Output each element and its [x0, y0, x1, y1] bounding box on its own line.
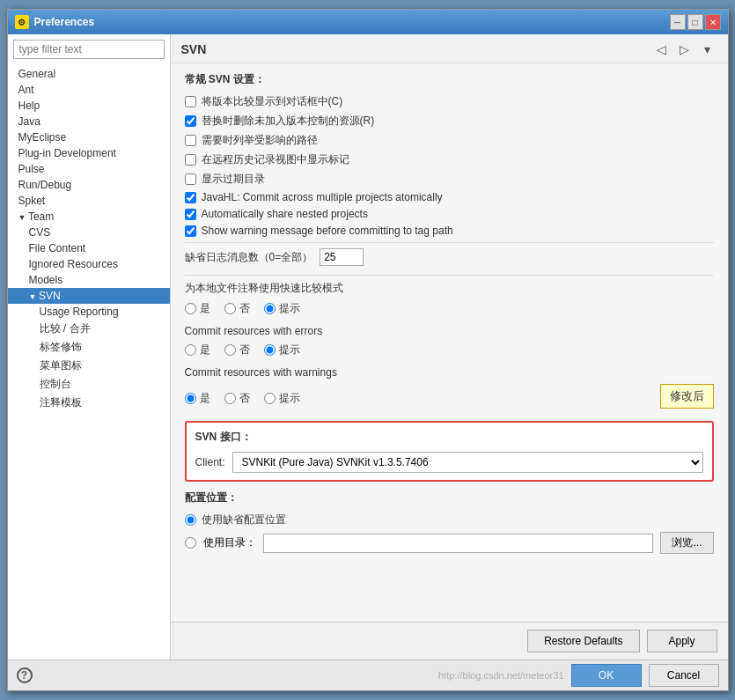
panel-toolbar: ◁ ▷ ▾: [652, 40, 717, 59]
sidebar: General Ant Help Java MyEclipse Plug-in …: [8, 34, 171, 659]
cancel-button[interactable]: Cancel: [649, 664, 719, 687]
radio-commit-warnings-yes[interactable]: [185, 393, 196, 404]
commit-warnings-yes: 是: [185, 391, 210, 406]
radio-config-dir[interactable]: [185, 537, 196, 549]
checkbox-show-version-dialog[interactable]: [185, 96, 196, 107]
local-compare-prompt: 提示: [264, 301, 300, 316]
panel-body: 常规 SVN 设置： 将版本比较显示到对话框中(C) 替换时删除未加入版本控制的…: [171, 63, 728, 622]
menu-button[interactable]: ▾: [698, 40, 717, 59]
label-commit-errors-no: 否: [239, 343, 250, 357]
sidebar-item-svn[interactable]: SVN: [8, 288, 170, 304]
label-config-default: 使用缺省配置位置: [202, 512, 286, 527]
svn-settings-label: 常规 SVN 设置：: [185, 72, 714, 87]
commit-errors-prompt: 提示: [264, 343, 300, 357]
sidebar-item-compare-merge[interactable]: 比较 / 合并: [8, 320, 170, 338]
sidebar-item-spket[interactable]: Spket: [8, 193, 170, 209]
annotation-box: 修改后: [660, 384, 714, 409]
client-select[interactable]: SVNKit (Pure Java) SVNKit v1.3.5.7406 Ja…: [232, 452, 703, 473]
sidebar-item-ant[interactable]: Ant: [8, 82, 170, 98]
radio-config-default[interactable]: [185, 514, 196, 526]
label-commit-errors-yes: 是: [200, 343, 210, 357]
dialog-icon: ⚙: [15, 15, 29, 29]
radio-local-compare-yes[interactable]: [185, 303, 196, 314]
checkbox-javahl-commit[interactable]: [185, 192, 196, 203]
restore-defaults-button[interactable]: Restore Defaults: [527, 630, 639, 652]
log-messages-input[interactable]: [320, 248, 364, 266]
title-bar-controls: ─ □ ✕: [670, 14, 721, 30]
label-config-dir: 使用目录：: [203, 535, 256, 550]
sidebar-item-java[interactable]: Java: [8, 114, 170, 129]
sidebar-item-myeclipse[interactable]: MyEclipse: [8, 129, 170, 145]
label-local-compare-no: 否: [239, 301, 250, 316]
sidebar-item-pulse[interactable]: Pulse: [8, 161, 170, 177]
option-javahl-commit: JavaHL: Commit across multiple projects …: [185, 191, 714, 203]
client-label: Client:: [195, 456, 225, 468]
sidebar-item-run-debug[interactable]: Run/Debug: [8, 177, 170, 193]
local-compare-no: 否: [224, 301, 250, 316]
sidebar-item-models[interactable]: Models: [8, 272, 170, 288]
panel-header: SVN ◁ ▷ ▾: [171, 34, 728, 63]
radio-commit-errors-yes[interactable]: [185, 344, 196, 356]
filter-input[interactable]: [13, 40, 165, 59]
option-show-version-dialog: 将版本比较显示到对话框中(C): [185, 94, 714, 109]
label-commit-warnings-yes: 是: [200, 391, 210, 406]
svn-interface-box: SVN 接口： Client: SVNKit (Pure Java) SVNKi…: [185, 421, 714, 482]
sidebar-item-help[interactable]: Help: [8, 98, 170, 114]
commit-errors-label: Commit resources with errors: [185, 325, 714, 337]
radio-commit-warnings-no[interactable]: [224, 393, 236, 404]
commit-warnings-no: 否: [224, 391, 250, 406]
log-messages-row: 缺省日志消息数（0=全部）: [185, 248, 714, 266]
maximize-button[interactable]: □: [687, 14, 703, 30]
local-compare-yes: 是: [185, 301, 210, 316]
dialog-action-buttons: http://blog.csdn.net/meteor31 OK Cancel: [438, 664, 718, 687]
sidebar-item-general[interactable]: General: [8, 66, 170, 82]
local-compare-radio-group: 是 否 提示: [185, 301, 714, 316]
commit-errors-yes: 是: [185, 343, 210, 357]
sidebar-item-ignored-resources[interactable]: Ignored Resources: [8, 256, 170, 272]
checkbox-show-markers[interactable]: [185, 154, 196, 166]
title-bar: ⚙ Preferences ─ □ ✕: [8, 10, 728, 34]
label-auto-share: Automatically share nested projects: [202, 208, 368, 220]
config-location-label: 配置位置：: [185, 490, 714, 505]
checkbox-list-affected[interactable]: [185, 135, 196, 146]
sidebar-item-plugin-dev[interactable]: Plug-in Development: [8, 145, 170, 161]
svn-interface-label: SVN 接口：: [195, 430, 703, 445]
preferences-dialog: ⚙ Preferences ─ □ ✕ General Ant Help Jav…: [7, 9, 729, 691]
close-button[interactable]: ✕: [705, 14, 721, 30]
radio-commit-errors-prompt[interactable]: [264, 344, 276, 356]
radio-commit-errors-no[interactable]: [224, 344, 236, 356]
option-show-warning-tag: Show warning message before committing t…: [185, 225, 714, 237]
sidebar-item-file-content[interactable]: File Content: [8, 240, 170, 256]
label-show-version-dialog: 将版本比较显示到对话框中(C): [202, 94, 343, 109]
label-local-compare-prompt: 提示: [279, 301, 300, 316]
forward-button[interactable]: ▷: [675, 40, 695, 59]
ok-button[interactable]: OK: [571, 664, 642, 687]
config-default-row: 使用缺省配置位置: [185, 512, 714, 527]
checkbox-show-warning-tag[interactable]: [185, 225, 196, 237]
apply-button[interactable]: Apply: [647, 630, 717, 652]
config-dir-input[interactable]: [263, 534, 654, 553]
radio-commit-warnings-prompt[interactable]: [264, 393, 276, 404]
sidebar-item-cvs[interactable]: CVS: [8, 225, 170, 240]
checkbox-delete-unversioned[interactable]: [185, 115, 196, 127]
label-show-warning-tag: Show warning message before committing t…: [202, 225, 453, 237]
checkbox-auto-share[interactable]: [185, 209, 196, 220]
label-delete-unversioned: 替换时删除未加入版本控制的资源(R): [202, 114, 375, 129]
sidebar-item-tag-decoration[interactable]: 标签修饰: [8, 338, 170, 357]
sidebar-item-console[interactable]: 控制台: [8, 375, 170, 394]
right-panel: SVN ◁ ▷ ▾ 常规 SVN 设置： 将版本比较显示到对话框中(C) 替换时…: [171, 34, 728, 659]
sidebar-item-comment-template[interactable]: 注释模板: [8, 394, 170, 412]
panel-title: SVN: [181, 42, 207, 56]
help-icon[interactable]: ?: [17, 667, 33, 683]
sidebar-item-team[interactable]: Team: [8, 209, 170, 225]
browse-button[interactable]: 浏览...: [660, 532, 713, 554]
sidebar-item-menu-icons[interactable]: 菜单图标: [8, 357, 170, 375]
sidebar-item-usage-reporting[interactable]: Usage Reporting: [8, 304, 170, 320]
back-button[interactable]: ◁: [652, 40, 672, 59]
dialog-help-bar: ? http://blog.csdn.net/meteor31 OK Cance…: [8, 659, 728, 690]
minimize-button[interactable]: ─: [670, 14, 686, 30]
tree-container: General Ant Help Java MyEclipse Plug-in …: [8, 64, 170, 659]
checkbox-show-expired[interactable]: [185, 173, 196, 185]
radio-local-compare-prompt[interactable]: [264, 303, 276, 314]
radio-local-compare-no[interactable]: [224, 303, 236, 314]
